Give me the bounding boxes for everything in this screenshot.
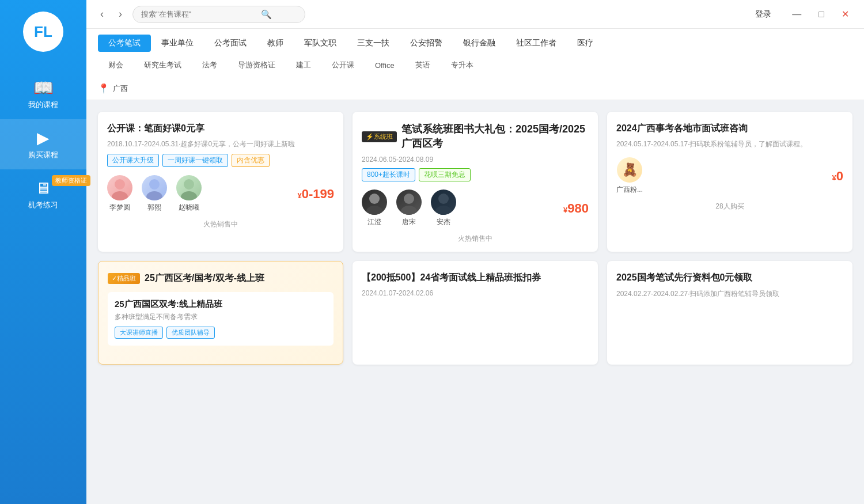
cat-yinhang-jinrong[interactable]: 银行金融 [453, 35, 506, 52]
login-button[interactable]: 登录 [746, 6, 780, 23]
svg-point-9 [401, 206, 417, 215]
back-button[interactable]: ‹ [96, 6, 108, 22]
teacher-avatar-anjie [431, 190, 456, 215]
price-3: ¥0 [832, 169, 843, 184]
maximize-button[interactable]: □ [813, 7, 830, 22]
card-title-row-2: ⚡系统班 笔试系统班图书大礼包：2025国考/2025广西区考 [362, 122, 589, 151]
course-card-4[interactable]: ✓精品班 25广西区考/国考/双考-线上班 25广西国区双考:线上精品班 多种班… [98, 261, 343, 365]
teachers-row-1: 李梦圆 郭熙 赵晓曦 ¥0-199 [107, 175, 334, 213]
cat-daoyou[interactable]: 导游资格证 [228, 56, 286, 74]
inner-tag-1: 大课讲师直播 [115, 327, 163, 339]
card-date-5: 2024.01.07-2024.02.06 [362, 289, 589, 297]
category-row-2: 财会 研究生考试 法考 导游资格证 建工 公开课 Office 英语 专升本 [98, 56, 852, 78]
status-3: 28人购买 [616, 202, 843, 211]
teacher-avatar-limeng [107, 175, 132, 200]
card-title-4: 25广西区考/国考/双考-线上班 [145, 272, 264, 285]
teacher-avatar-zhaox [176, 175, 202, 200]
search-icon[interactable]: 🔍 [261, 9, 272, 20]
cat-office[interactable]: Office [365, 58, 405, 73]
teacher-name-limeng: 李梦圆 [109, 203, 130, 213]
price-1: ¥0-199 [297, 187, 334, 202]
card-badge-premium: ✓精品班 [108, 273, 140, 284]
course-card-3[interactable]: 2024广西事考各地市面试班咨询 2024.05.17-2024.05.17·扫… [607, 112, 852, 252]
cat-shequ-gongren[interactable]: 社区工作者 [506, 35, 567, 52]
price-2: ¥980 [563, 201, 589, 216]
inner-card-tags: 大课讲师直播 优质团队辅导 [115, 327, 327, 339]
teacher-limeng: 李梦圆 [107, 175, 132, 213]
svg-point-10 [438, 194, 449, 204]
svg-point-2 [149, 179, 160, 190]
cat-gongkao-mianshi[interactable]: 公考面试 [204, 35, 257, 52]
card-title-6: 2025国考笔试先行资料包0元领取 [616, 271, 843, 284]
teacher-name-tangsong: 唐宋 [402, 217, 416, 227]
cat-jiaoshi[interactable]: 教师 [257, 35, 294, 52]
card-date-2: 2024.06.05-2024.08.09 [362, 156, 589, 164]
teacher-avatar-jiangcheng [362, 190, 387, 215]
app-logo[interactable]: FL [23, 12, 63, 52]
location-text[interactable]: 广西 [113, 84, 128, 94]
sidebar-label-my-courses: 我的课程 [28, 100, 58, 110]
location-row: 📍 广西 [98, 78, 852, 100]
sidebar-label-buy-courses: 购买课程 [28, 150, 58, 160]
sidebar: FL 📖 我的课程 ▶ 购买课程 教师资格证 🖥 机考练习 [0, 0, 86, 504]
sidebar-item-buy-courses[interactable]: ▶ 购买课程 [0, 119, 86, 169]
teacher-anjie: 安杰 [431, 190, 456, 227]
cat-jundui-wenyi[interactable]: 军队文职 [294, 35, 347, 52]
cat-fakao[interactable]: 法考 [192, 56, 228, 74]
inner-card-desc: 多种班型满足不同备考需求 [115, 312, 327, 322]
minimize-button[interactable]: — [786, 7, 807, 22]
svg-point-3 [146, 191, 162, 200]
close-button[interactable]: ✕ [836, 6, 855, 22]
cat-yingyu[interactable]: 英语 [405, 56, 441, 74]
card-tags-2: 800+超长课时 花呗三期免息 [362, 168, 589, 181]
teacher-guangxi: 🧸 广西粉... [616, 157, 643, 195]
card-date-6: 2024.02.27-2024.02.27·扫码添加广西粉笔辅导员领取 [616, 289, 843, 299]
course-card-1[interactable]: 公开课：笔面好课0元享 2018.10.17-2024.05.31·超多好课0元… [98, 112, 343, 252]
teacher-name-guoxi: 郭熙 [147, 203, 161, 213]
cat-gongan-zhaojing[interactable]: 公安招警 [400, 35, 453, 52]
cat-zhuanshengben[interactable]: 专升本 [441, 56, 484, 74]
card-title-5: 【200抵500】24省考面试线上精品班抵扣券 [362, 271, 589, 284]
cat-caihui[interactable]: 财会 [98, 56, 134, 74]
card-date-1: 2018.10.17-2024.05.31·超多好课0元享，公考一周好课上新啦 [107, 139, 334, 149]
sidebar-item-my-courses[interactable]: 📖 我的课程 [0, 69, 86, 119]
cat-yanjiusheng[interactable]: 研究生考试 [134, 56, 192, 74]
teacher-name-jiangcheng: 江澄 [367, 217, 381, 227]
svg-point-4 [184, 179, 194, 190]
course-card-5[interactable]: 【200抵500】24省考面试线上精品班抵扣券 2024.01.07-2024.… [353, 261, 598, 365]
card-title-2: 笔试系统班图书大礼包：2025国考/2025广西区考 [401, 122, 589, 151]
logo-text: FL [34, 23, 52, 41]
svg-point-0 [115, 179, 125, 190]
sidebar-item-machine-test[interactable]: 教师资格证 🖥 机考练习 [0, 169, 86, 219]
teacher-guoxi: 郭熙 [142, 175, 167, 213]
cat-gongkao-bishi[interactable]: 公考笔试 [98, 35, 151, 52]
cat-yiliao[interactable]: 医疗 [567, 35, 604, 52]
titlebar: ‹ › 🔍 登录 — □ ✕ [86, 0, 864, 29]
inner-tag-2: 优质团队辅导 [166, 327, 215, 339]
teacher-cert-badge: 教师资格证 [52, 175, 90, 186]
category-row-1: 公考笔试 事业单位 公考面试 教师 军队文职 三支一扶 公安招警 银行金融 社区… [98, 35, 852, 56]
card-date-3: 2024.05.17-2024.05.17·扫码联系粉笔辅导员，了解面试课程。 [616, 139, 843, 149]
course-card-6[interactable]: 2025国考笔试先行资料包0元领取 2024.02.27-2024.02.27·… [607, 261, 852, 365]
location-icon: 📍 [98, 83, 109, 94]
search-input[interactable] [141, 10, 256, 18]
teacher-name-zhaox: 赵晓曦 [179, 203, 199, 213]
book-icon: 📖 [33, 78, 54, 97]
cat-gongkaike[interactable]: 公开课 [321, 56, 365, 74]
monitor-icon: 🖥 [35, 179, 51, 198]
search-box: 🔍 [132, 6, 305, 23]
cat-shiye-danwei[interactable]: 事业单位 [151, 35, 204, 52]
tag-1-1: 公开课大升级 [107, 154, 159, 167]
card-badge-2: ⚡系统班 [362, 131, 397, 142]
play-icon: ▶ [37, 128, 50, 147]
svg-point-7 [366, 206, 382, 215]
cat-jiangong[interactable]: 建工 [286, 56, 321, 74]
svg-point-11 [435, 206, 452, 215]
forward-button[interactable]: › [114, 6, 127, 22]
course-card-2[interactable]: ⚡系统班 笔试系统班图书大礼包：2025国考/2025广西区考 2024.06.… [353, 112, 598, 252]
cat-sanzhi-yifu[interactable]: 三支一扶 [347, 35, 400, 52]
tag-2-2: 花呗三期免息 [419, 168, 471, 181]
svg-point-5 [181, 191, 197, 200]
inner-card-title: 25广西国区双考:线上精品班 [115, 299, 327, 310]
teacher-tangsong: 唐宋 [396, 190, 422, 227]
